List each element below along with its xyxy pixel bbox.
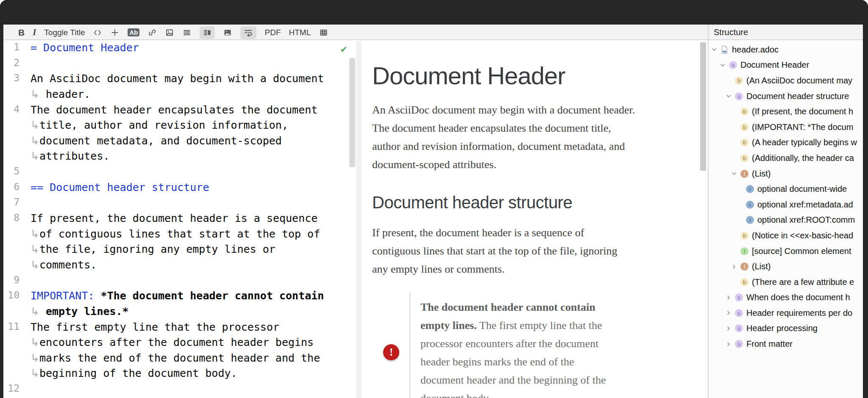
editor-line[interactable]: 8If present, the document header is a se… bbox=[3, 212, 356, 228]
structure-tree-row[interactable]: sHeader processing bbox=[709, 321, 863, 337]
structure-tree-row[interactable]: b(If present, the document h bbox=[709, 104, 863, 119]
tree-row-label: (IMPORTANT: *The docum bbox=[752, 122, 853, 132]
code-text: If present, the document header is a seq… bbox=[31, 212, 317, 228]
layout-button[interactable] bbox=[200, 26, 215, 39]
structure-tree-row[interactable]: ioptional xref:ROOT:comm bbox=[709, 213, 863, 228]
soft-wrap-arrow-icon: ↳ bbox=[31, 367, 39, 379]
structure-tree-row[interactable]: l(List) bbox=[709, 166, 863, 182]
tree-row-label: (Notice in <<ex-basic-head bbox=[752, 231, 853, 240]
editor-line[interactable]: 3An AsciiDoc document may begin with a d… bbox=[3, 72, 356, 88]
line-number: 4 bbox=[3, 104, 19, 119]
editor-line[interactable]: ↳title, author and revision information, bbox=[3, 119, 356, 135]
chevron-right-icon[interactable] bbox=[726, 326, 735, 332]
chevron-right-icon[interactable] bbox=[726, 310, 735, 316]
code-button[interactable] bbox=[93, 26, 102, 39]
html-button[interactable]: HTML bbox=[289, 26, 311, 39]
structure-tree-row[interactable]: header.adoc bbox=[709, 42, 863, 58]
editor-line[interactable]: 11The first empty line that the processo… bbox=[3, 321, 356, 337]
code-text: ↳attributes. bbox=[31, 150, 110, 166]
bold-button[interactable]: B bbox=[18, 26, 25, 39]
table-button[interactable] bbox=[319, 26, 328, 39]
chevron-down-icon[interactable] bbox=[711, 47, 721, 53]
inspection-ok-icon[interactable]: ✔ bbox=[340, 44, 348, 55]
link-button[interactable] bbox=[147, 26, 157, 39]
editor-line[interactable]: 4The document header encapsulates the do… bbox=[3, 104, 356, 119]
tree-row-label: optional document-wide bbox=[757, 184, 847, 194]
line-number bbox=[3, 150, 19, 166]
image-filled-icon bbox=[223, 28, 232, 37]
structure-tree-row[interactable]: b(An AsciiDoc document may bbox=[709, 73, 863, 88]
editor-line[interactable]: ↳of contiguous lines that start at the t… bbox=[3, 228, 356, 243]
line-number: 8 bbox=[3, 212, 19, 228]
editor-scrollbar[interactable] bbox=[349, 58, 355, 167]
soft-wrap-button[interactable] bbox=[240, 26, 256, 39]
list-icon: l bbox=[740, 170, 748, 178]
editor-line[interactable]: ↳encounters after the document header be… bbox=[3, 336, 356, 352]
image-button[interactable] bbox=[165, 26, 174, 39]
tree-row-label: optional xref:ROOT:comm bbox=[757, 215, 855, 225]
structure-tree-row[interactable]: sDocument Header bbox=[709, 58, 863, 73]
pdf-button[interactable]: PDF bbox=[264, 26, 281, 39]
tree-row-label: optional xref:metadata.ad bbox=[757, 200, 853, 210]
editor-line[interactable]: 12 bbox=[3, 383, 356, 398]
editor-line[interactable]: 9 bbox=[3, 274, 356, 290]
editor-line[interactable]: 2 bbox=[3, 57, 356, 73]
structure-tree-row[interactable]: l[source] Common element bbox=[709, 243, 863, 259]
editor-line[interactable]: ↳marks the end of the document header an… bbox=[3, 352, 356, 368]
toggle-title-button[interactable]: Toggle Title bbox=[44, 26, 85, 39]
image-filled-button[interactable] bbox=[223, 26, 232, 39]
admonition-icon-cell: ! bbox=[372, 292, 409, 398]
preview-paragraph-1: An AsciiDoc document may begin with a do… bbox=[372, 101, 684, 174]
editor-preview-splitter[interactable] bbox=[356, 41, 362, 398]
editor-line[interactable]: ↳beginning of the document body. bbox=[3, 367, 356, 383]
editor-line[interactable]: ↳ empty lines.* bbox=[3, 305, 356, 321]
structure-tree-row[interactable]: b(Additionally, the header ca bbox=[709, 150, 863, 166]
tree-row-label: (List) bbox=[752, 169, 771, 179]
editor-line[interactable]: 6== Document header structure bbox=[3, 181, 356, 197]
structure-tree-row[interactable]: sFront matter bbox=[709, 336, 863, 352]
structure-tree-row[interactable]: sWhen does the document h bbox=[709, 290, 863, 306]
structure-tree-row[interactable]: ioptional xref:metadata.ad bbox=[709, 197, 863, 213]
soft-wrap-arrow-icon: ↳ bbox=[31, 336, 39, 348]
soft-wrap-arrow-icon: ↳ bbox=[31, 88, 39, 100]
chevron-right-icon[interactable] bbox=[726, 295, 735, 301]
tree-row-label: (An AsciiDoc document may bbox=[746, 76, 852, 86]
chevron-right-icon[interactable] bbox=[731, 264, 740, 270]
editor-pane[interactable]: 1= Document Header23An AsciiDoc document… bbox=[3, 41, 356, 398]
structure-tree-row[interactable]: b(Notice in <<ex-basic-head bbox=[709, 228, 863, 243]
italic-button[interactable]: I bbox=[33, 26, 36, 39]
line-number bbox=[3, 119, 19, 135]
editor-line[interactable]: 1= Document Header bbox=[3, 41, 356, 57]
editor-line[interactable]: ↳ header. bbox=[3, 88, 356, 104]
strikethrough-button[interactable] bbox=[110, 26, 120, 39]
code-text: ↳ header. bbox=[31, 88, 90, 104]
editor-line[interactable]: ↳attributes. bbox=[3, 150, 356, 166]
lines-button[interactable] bbox=[182, 26, 192, 39]
block-icon: b bbox=[735, 77, 743, 85]
structure-tree-row[interactable]: sDocument header structure bbox=[709, 88, 863, 104]
chevron-right-icon[interactable] bbox=[726, 341, 735, 347]
chevron-down-icon[interactable] bbox=[720, 62, 729, 68]
structure-tree-row[interactable]: sHeader requirements per do bbox=[709, 305, 863, 321]
structure-panel-title: Structure bbox=[714, 25, 748, 40]
editor-line[interactable]: 10IMPORTANT: *The document header cannot… bbox=[3, 290, 356, 305]
editor-line[interactable]: ↳document metadata, and document-scoped bbox=[3, 135, 356, 150]
structure-tree-row[interactable]: b(There are a few attribute e bbox=[709, 274, 863, 290]
editor-line[interactable]: 5 bbox=[3, 166, 356, 181]
line-number: 7 bbox=[3, 196, 19, 212]
structure-tree-row[interactable]: l(List) bbox=[709, 259, 863, 274]
section-icon: s bbox=[729, 61, 737, 69]
structure-tree-row[interactable]: b(IMPORTANT: *The docum bbox=[709, 119, 863, 135]
chevron-down-icon[interactable] bbox=[731, 171, 740, 177]
editor-line[interactable]: ↳comments. bbox=[3, 259, 356, 274]
chevron-spacer bbox=[731, 248, 740, 254]
editor-line[interactable]: ↳the file, ignoring any empty lines or bbox=[3, 243, 356, 259]
preview-h1: Document Header bbox=[372, 61, 684, 90]
structure-tree-row[interactable]: b(A header typically begins w bbox=[709, 135, 863, 151]
attributes-button[interactable]: Ab bbox=[128, 26, 139, 39]
section-icon: s bbox=[735, 293, 743, 301]
structure-tree-row[interactable]: ioptional document-wide bbox=[709, 181, 863, 197]
preview-scrollbar[interactable] bbox=[700, 42, 706, 171]
chevron-down-icon[interactable] bbox=[726, 93, 735, 99]
editor-line[interactable]: 7 bbox=[3, 196, 356, 212]
